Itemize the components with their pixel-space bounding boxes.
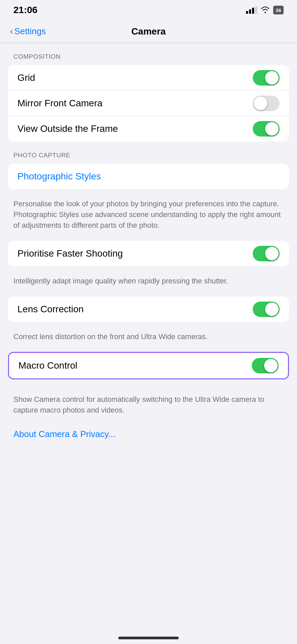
lens-correction-label: Lens Correction — [17, 304, 84, 315]
battery-icon: 36 — [273, 6, 284, 14]
prioritise-faster-shooting-label: Prioritise Faster Shooting — [17, 248, 123, 259]
lens-correction-section-body: Lens Correction — [8, 297, 289, 322]
composition-section-header: COMPOSITION — [0, 53, 297, 65]
mirror-front-camera-label: Mirror Front Camera — [17, 98, 103, 109]
photographic-styles-section-body: Photographic Styles — [8, 164, 289, 189]
photo-capture-section-header: PHOTO CAPTURE — [0, 152, 297, 164]
macro-control-row: Macro Control — [9, 353, 288, 378]
grid-row: Grid — [8, 65, 289, 91]
lens-correction-toggle[interactable] — [253, 302, 280, 317]
composition-section: COMPOSITION Grid Mirror Front Camera Vie… — [0, 53, 297, 142]
mirror-front-camera-row: Mirror Front Camera — [8, 91, 289, 116]
macro-control-description: Show Camera control for automatically sw… — [0, 389, 297, 416]
prioritise-faster-shooting-toggle[interactable] — [253, 246, 280, 261]
grid-toggle-knob — [265, 71, 279, 85]
signal-icon — [246, 6, 257, 14]
view-outside-frame-row: View Outside the Frame — [8, 116, 289, 142]
macro-control-toggle-knob — [264, 359, 278, 372]
view-outside-frame-toggle-knob — [265, 122, 279, 136]
grid-label: Grid — [17, 72, 35, 83]
back-chevron-icon: ‹ — [10, 26, 13, 37]
back-button[interactable]: ‹ Settings — [10, 26, 46, 37]
macro-control-section: Macro Control — [0, 352, 297, 379]
photographic-styles-label: Photographic Styles — [17, 171, 101, 182]
prioritise-faster-shooting-section-body: Prioritise Faster Shooting — [8, 241, 289, 266]
page-title: Camera — [131, 26, 166, 37]
macro-control-label: Macro Control — [18, 360, 77, 371]
view-outside-frame-toggle[interactable] — [253, 121, 280, 137]
settings-content: COMPOSITION Grid Mirror Front Camera Vie… — [0, 43, 297, 463]
lens-correction-toggle-knob — [265, 303, 279, 316]
status-time: 21:06 — [13, 5, 38, 15]
composition-section-body: Grid Mirror Front Camera View Outside th… — [8, 65, 289, 142]
prioritise-faster-shooting-row: Prioritise Faster Shooting — [8, 241, 289, 266]
view-outside-frame-label: View Outside the Frame — [17, 123, 118, 134]
mirror-front-camera-toggle-knob — [254, 97, 267, 110]
photo-capture-section: PHOTO CAPTURE Photographic Styles Person… — [0, 152, 297, 416]
macro-control-toggle[interactable] — [252, 358, 279, 373]
lens-correction-row: Lens Correction — [8, 297, 289, 322]
grid-toggle[interactable] — [253, 70, 280, 86]
footer: About Camera & Privacy... — [0, 426, 297, 443]
about-camera-privacy-link[interactable]: About Camera & Privacy... — [0, 426, 129, 443]
status-icons: 36 — [246, 6, 284, 15]
photographic-styles-row[interactable]: Photographic Styles — [8, 164, 289, 189]
mirror-front-camera-toggle[interactable] — [253, 96, 280, 111]
back-label: Settings — [14, 26, 46, 37]
macro-control-section-body: Macro Control — [8, 352, 289, 379]
home-indicator — [118, 637, 179, 639]
prioritise-faster-shooting-description: Intelligently adapt image quality when r… — [0, 271, 297, 286]
photographic-styles-description: Personalise the look of your photos by b… — [0, 194, 297, 231]
lens-correction-description: Correct lens distortion on the front and… — [0, 327, 297, 342]
prioritise-faster-shooting-toggle-knob — [265, 247, 279, 260]
nav-bar: ‹ Settings Camera — [0, 20, 297, 43]
wifi-icon — [260, 6, 270, 15]
status-bar: 21:06 36 — [0, 0, 297, 20]
